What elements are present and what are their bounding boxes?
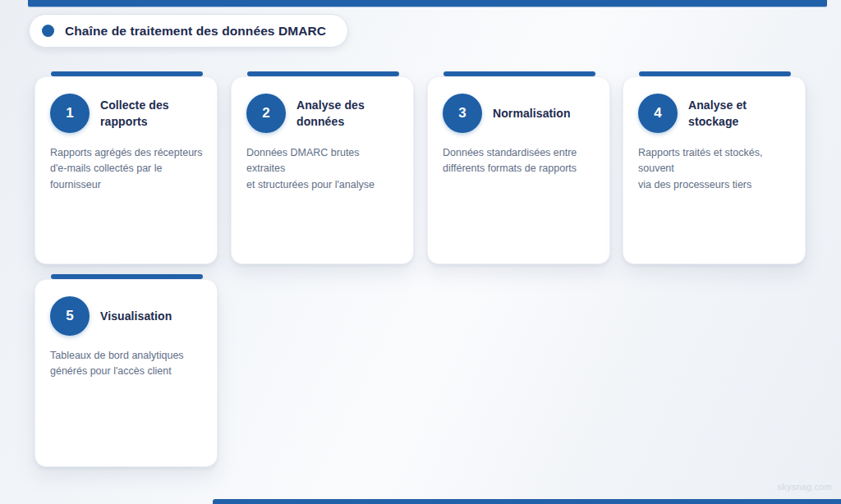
step-card-2: 2 Analyse des données Données DMARC brut…: [231, 71, 414, 264]
step-title: Analyse et stockage: [688, 97, 792, 131]
diagram-title: Chaîne de traitement des données DMARC: [65, 24, 326, 39]
card-header: 4 Analyse et stockage: [638, 94, 792, 133]
card-body: 4 Analyse et stockage Rapports traités e…: [623, 76, 806, 264]
step-title: Collecte des rapports: [100, 97, 169, 131]
step-card-5: 5 Visualisation Tableaux de bord analyti…: [34, 274, 218, 467]
card-header: 1 Collecte des rapports: [50, 94, 204, 133]
step-card-1: 1 Collecte des rapports Rapports agrégés…: [34, 71, 218, 264]
bullet-dot-icon: [42, 25, 54, 37]
step-number-badge: 2: [246, 94, 286, 133]
step-number-badge: 3: [443, 94, 482, 133]
card-header: 2 Analyse des données: [246, 94, 400, 133]
step-card-4: 4 Analyse et stockage Rapports traités e…: [623, 71, 806, 264]
card-body: 1 Collecte des rapports Rapports agrégés…: [34, 76, 218, 264]
card-body: 3 Normalisation Données standardisées en…: [427, 76, 610, 264]
step-number-badge: 1: [50, 94, 90, 133]
card-body: 5 Visualisation Tableaux de bord analyti…: [34, 279, 218, 467]
step-description: Rapports traités et stockés, souvent via…: [638, 145, 792, 193]
step-description: Rapports agrégés des récepteurs d'e-mail…: [50, 145, 204, 193]
step-description: Données DMARC brutes extraites et struct…: [246, 145, 400, 193]
card-body: 2 Analyse des données Données DMARC brut…: [231, 76, 414, 264]
step-number-badge: 4: [638, 94, 678, 133]
step-title: Normalisation: [493, 105, 571, 121]
step-description: Tableaux de bord analytiques générés pou…: [50, 348, 204, 380]
diagram-title-pill: Chaîne de traitement des données DMARC: [29, 14, 348, 48]
step-number-badge: 5: [50, 296, 90, 336]
step-card-3: 3 Normalisation Données standardisées en…: [427, 71, 610, 264]
bottom-accent-bar: [213, 499, 841, 504]
step-title: Analyse des données: [296, 97, 365, 131]
infographic-canvas: Chaîne de traitement des données DMARC 1…: [0, 0, 841, 504]
top-accent-bar: [28, 0, 827, 7]
card-header: 5 Visualisation: [50, 296, 204, 336]
step-description: Données standardisées entre différents f…: [443, 145, 596, 177]
card-header: 3 Normalisation: [443, 94, 596, 133]
step-title: Visualisation: [100, 308, 172, 324]
watermark-text: skysnag.com: [778, 482, 832, 492]
